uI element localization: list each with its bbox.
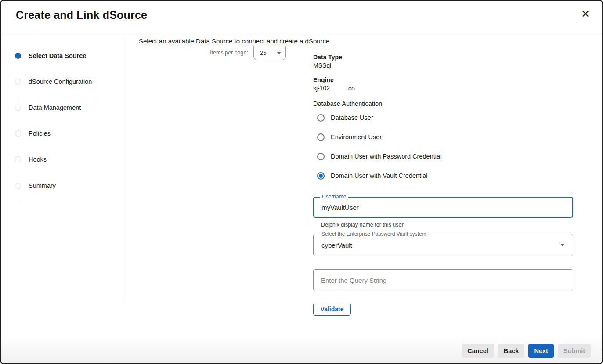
stepper-item-data-management[interactable]: Data Management	[15, 103, 81, 112]
stepper-item-summary[interactable]: Summary	[15, 181, 56, 191]
validate-button[interactable]: Validate	[313, 303, 351, 316]
engine-label: Engine	[313, 76, 334, 83]
radio-icon	[317, 153, 325, 160]
cancel-button[interactable]: Cancel	[462, 344, 494, 358]
engine-value: sj-102.co	[313, 85, 355, 92]
stepper-item-select-data-source[interactable]: Select Data Source	[15, 51, 86, 61]
back-button[interactable]: Back	[498, 344, 525, 358]
radio-domain-user-password-credential[interactable]: Domain User with Password Credential	[317, 151, 441, 161]
radio-domain-user-vault-credential[interactable]: Domain User with Vault Credential	[317, 171, 428, 180]
chevron-down-icon	[560, 244, 565, 246]
step-label: Hooks	[29, 156, 47, 163]
stepper-item-policies[interactable]: Policies	[15, 129, 51, 138]
items-per-page-select[interactable]: 25	[253, 46, 286, 60]
dialog-header: Create and Link dSource ✕	[1, 1, 602, 32]
engine-host: sj-102	[313, 85, 330, 92]
data-type-label: Data Type	[313, 54, 342, 61]
next-button[interactable]: Next	[528, 344, 553, 358]
radio-label: Environment User	[331, 133, 382, 141]
query-string-input[interactable]	[314, 270, 573, 291]
items-per-page-label: Items per page:	[194, 50, 248, 56]
vertical-divider	[123, 38, 123, 303]
stepper-item-hooks[interactable]: Hooks	[15, 155, 47, 164]
step-dot	[15, 130, 21, 137]
radio-icon	[317, 133, 325, 141]
username-field-container: Username	[313, 197, 573, 218]
vault-system-select[interactable]: Select the Enterprise Password Vault sys…	[313, 234, 573, 256]
step-label: dSource Configuration	[29, 78, 92, 85]
step-label: Policies	[29, 130, 51, 137]
username-helper-text: Delphix display name for this user	[321, 222, 404, 228]
database-authentication-label: Database Authentication	[313, 100, 382, 107]
step-active-dot	[15, 53, 21, 59]
username-field-label: Username	[320, 194, 348, 200]
username-input[interactable]	[314, 198, 572, 217]
radio-label: Domain User with Password Credential	[331, 153, 441, 160]
vault-select-label: Select the Enterprise Password Vault sys…	[319, 231, 429, 237]
radio-label: Domain User with Vault Credential	[331, 172, 428, 179]
page-title: Create and Link dSource	[16, 9, 147, 22]
radio-environment-user[interactable]: Environment User	[317, 132, 382, 142]
submit-button[interactable]: Submit	[558, 344, 591, 358]
chevron-down-icon	[277, 52, 281, 54]
step-label: Data Management	[29, 104, 81, 111]
radio-database-user[interactable]: Database User	[317, 113, 373, 123]
step-label: Select Data Source	[29, 52, 86, 59]
stepper-connector-line	[18, 40, 18, 201]
create-link-dsource-dialog: Create and Link dSource ✕ Select Data So…	[0, 0, 603, 364]
radio-label: Database User	[331, 114, 373, 121]
query-string-field-container	[313, 269, 573, 291]
engine-domain-suffix: .co	[347, 85, 355, 92]
stepper-item-dsource-configuration[interactable]: dSource Configuration	[15, 77, 92, 86]
step-label: Summary	[29, 182, 56, 189]
step-dot	[15, 79, 21, 85]
radio-selected-icon	[317, 172, 325, 180]
close-icon[interactable]: ✕	[578, 7, 592, 21]
step-dot	[15, 105, 21, 111]
data-type-value: MSSql	[313, 62, 331, 69]
vault-select-value: cyberVault	[321, 241, 352, 249]
section-heading: Select an available Data Source to conne…	[139, 37, 329, 45]
radio-icon	[317, 114, 325, 122]
footer-actions: Cancel Back Next Submit	[462, 344, 591, 358]
step-dot	[15, 183, 21, 189]
step-dot	[15, 156, 21, 162]
items-per-page-value: 25	[260, 50, 266, 56]
